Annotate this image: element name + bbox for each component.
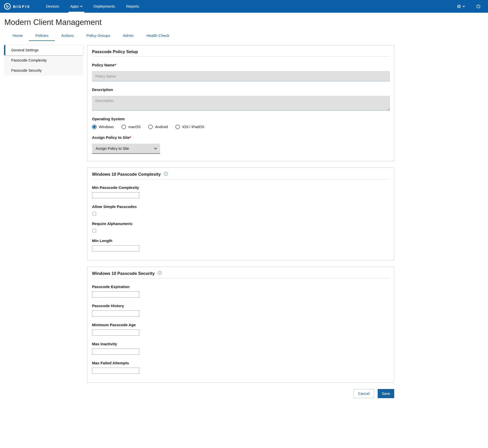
gear-icon (457, 4, 461, 9)
panel-title: Passcode Policy Setup (92, 49, 390, 57)
description-textarea[interactable] (92, 96, 390, 111)
radio-label: Android (155, 125, 168, 129)
field-require-alphanumeric: Require Alphanumeric (92, 221, 390, 232)
operating-system-label: Operating System (92, 117, 390, 121)
assign-site-selected-value: Assign Policy to Site (96, 146, 129, 151)
max-failed-attempts-label: Max Failed Attempts (92, 361, 390, 365)
passcode-complexity-panel: Windows 10 Passcode Complexity Min Passc… (87, 168, 394, 260)
info-icon[interactable] (158, 271, 162, 275)
field-max-inactivity: Max Inactivity (92, 342, 390, 355)
allow-simple-passcodes-checkbox[interactable] (93, 212, 96, 215)
description-label: Description (92, 87, 390, 92)
passcode-expiration-label: Passcode Expiration (92, 285, 390, 289)
sidebar-item-passcode-security[interactable]: Passcode Security (4, 65, 83, 76)
chevron-down-icon (154, 146, 157, 149)
passcode-security-panel: Windows 10 Passcode Security Passcode Ex… (87, 267, 394, 383)
cancel-button[interactable]: Cancel (354, 389, 374, 398)
radio-label: macOS (128, 125, 141, 129)
radio-macos[interactable]: macOS (121, 125, 141, 129)
tab-health-check[interactable]: Health Check (140, 31, 176, 41)
policy-name-input[interactable] (92, 71, 390, 81)
policy-name-label-text: Policy Name (92, 63, 115, 67)
nav-deployments[interactable]: Deployments (88, 0, 121, 13)
radio-label: Windows (99, 125, 114, 129)
logout-button[interactable] (476, 4, 481, 9)
required-marker: * (115, 63, 116, 67)
sidebar-item-general-settings[interactable]: General Settings (4, 45, 83, 55)
passcode-history-input[interactable] (92, 310, 139, 317)
require-alphanumeric-checkbox[interactable] (93, 229, 96, 232)
panel-title-text: Windows 10 Passcode Security (92, 271, 155, 276)
radio-ios-ipados[interactable]: iOS / iPadOS (175, 125, 204, 129)
max-failed-attempts-input[interactable] (92, 368, 139, 374)
brand[interactable]: BIGFIX (4, 3, 30, 10)
panel-title: Windows 10 Passcode Security (92, 271, 390, 278)
nav-apps-label: Apps (70, 4, 79, 8)
min-length-label: Min Length (92, 238, 390, 243)
save-button[interactable]: Save (378, 389, 394, 398)
minimum-passcode-age-input[interactable] (92, 330, 139, 336)
tab-policies[interactable]: Policies (29, 31, 55, 41)
nav-reports[interactable]: Reports (120, 0, 145, 13)
field-minimum-passcode-age: Minimum Passcode Age (92, 323, 390, 336)
passcode-expiration-input[interactable] (92, 291, 139, 297)
require-alphanumeric-label: Require Alphanumeric (92, 221, 390, 226)
max-inactivity-label: Max Inactivity (92, 342, 390, 346)
assign-site-select[interactable]: Assign Policy to Site (92, 144, 160, 154)
radio-windows[interactable]: Windows (92, 125, 114, 129)
passcode-policy-setup-panel: Passcode Policy Setup Policy Name* Descr… (87, 45, 394, 161)
passcode-history-label: Passcode History (92, 304, 390, 308)
app-root: BIGFIX Devices Apps Deployments Reports (0, 0, 488, 408)
settings-menu-button[interactable] (457, 4, 465, 9)
page-title: Modern Client Management (4, 18, 488, 27)
nav-apps[interactable]: Apps (65, 0, 88, 13)
info-icon[interactable] (164, 172, 168, 176)
bigfix-logo-icon (4, 3, 11, 10)
footer-actions: Cancel Save (87, 389, 394, 398)
min-length-input[interactable] (92, 245, 139, 251)
minimum-passcode-age-label: Minimum Passcode Age (92, 323, 390, 327)
tab-policy-groups[interactable]: Policy Groups (80, 31, 116, 41)
nav-devices[interactable]: Devices (40, 0, 65, 13)
radio-unselected-icon (121, 125, 126, 129)
radio-unselected-icon (175, 125, 180, 129)
panel-title: Windows 10 Passcode Complexity (92, 172, 390, 179)
tab-admin[interactable]: Admin (116, 31, 140, 41)
panel-title-text: Windows 10 Passcode Complexity (92, 172, 161, 176)
top-nav: Devices Apps Deployments Reports (40, 0, 145, 13)
power-icon (476, 4, 481, 9)
tab-bar: Home Policies Actions Policy Groups Admi… (6, 31, 488, 41)
field-min-passcode-complexity: Min Passcode Complexity (92, 185, 390, 198)
tab-home[interactable]: Home (6, 31, 29, 41)
assign-site-label: Assign Policy to Site* (92, 135, 390, 140)
chevron-down-icon (463, 5, 465, 7)
sidebar-item-passcode-complexity[interactable]: Passcode Complexity (4, 55, 83, 65)
field-max-failed-attempts: Max Failed Attempts (92, 361, 390, 374)
topbar-right (457, 4, 488, 9)
topbar: BIGFIX Devices Apps Deployments Reports (0, 0, 488, 13)
field-passcode-history: Passcode History (92, 304, 390, 317)
policy-name-label: Policy Name* (92, 63, 390, 67)
radio-android[interactable]: Android (148, 125, 168, 129)
brand-name: BIGFIX (13, 4, 30, 9)
min-passcode-complexity-input[interactable] (92, 192, 139, 198)
assign-site-label-text: Assign Policy to Site (92, 135, 130, 140)
tab-actions[interactable]: Actions (55, 31, 80, 41)
field-allow-simple-passcodes: Allow Simple Passcodes (92, 204, 390, 215)
max-inactivity-input[interactable] (92, 349, 139, 355)
radio-unselected-icon (148, 125, 153, 129)
field-min-length: Min Length (92, 238, 390, 251)
radio-selected-icon (92, 125, 97, 129)
content-area: General Settings Passcode Complexity Pas… (0, 45, 488, 408)
radio-label: iOS / iPadOS (182, 125, 204, 129)
main-column: Passcode Policy Setup Policy Name* Descr… (87, 45, 394, 408)
chevron-down-icon (80, 5, 83, 7)
operating-system-radio-group: Windows macOS Android iOS / iPadOS (92, 125, 390, 129)
min-passcode-complexity-label: Min Passcode Complexity (92, 185, 390, 190)
field-passcode-expiration: Passcode Expiration (92, 285, 390, 297)
allow-simple-passcodes-label: Allow Simple Passcodes (92, 204, 390, 209)
required-marker: * (130, 135, 131, 140)
settings-sidebar: General Settings Passcode Complexity Pas… (4, 45, 83, 76)
